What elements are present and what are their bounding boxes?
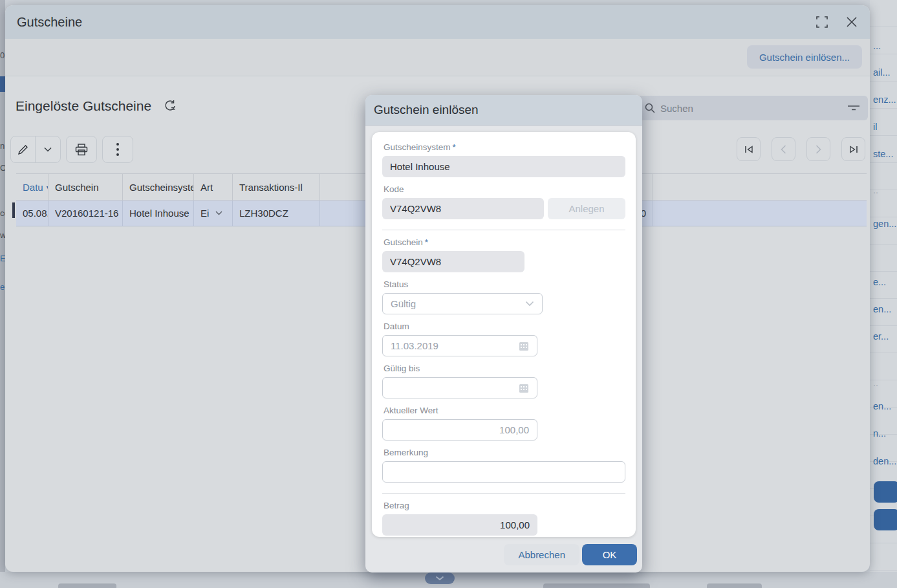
anlegen-button: Anlegen xyxy=(548,198,625,219)
column-header-transaktions-id[interactable]: Transaktions-Il xyxy=(233,174,320,200)
cell-art-value: Ei xyxy=(200,208,209,219)
maximize-button[interactable] xyxy=(816,16,828,28)
edit-dropdown-button[interactable] xyxy=(36,136,60,162)
row-selection-indicator xyxy=(12,202,15,218)
gutschein-label: Gutschein* xyxy=(384,237,625,247)
close-button[interactable] xyxy=(845,16,858,28)
chevron-left-icon xyxy=(781,145,786,154)
cell-art-dropdown[interactable]: Ei xyxy=(194,201,233,226)
bg-bottom-stub xyxy=(707,583,762,588)
datum-label: Datum xyxy=(384,321,625,331)
dialog-title: Gutschein einlösen xyxy=(374,103,479,117)
maximize-icon xyxy=(816,16,828,28)
chevron-right-icon xyxy=(816,145,821,154)
search-input[interactable] xyxy=(660,103,847,114)
cell-gutscheinsystem: Hotel Inhouse xyxy=(123,201,194,226)
grid-toolbar xyxy=(10,136,133,163)
column-header-gutschein[interactable]: Gutschein xyxy=(49,174,123,200)
dialog-footer: Abbrechen OK xyxy=(504,544,637,565)
bg-truncated-link[interactable]: il xyxy=(873,122,877,132)
bg-truncated-link: .. xyxy=(873,185,878,195)
required-mark: * xyxy=(453,142,456,152)
prev-page-button[interactable] xyxy=(772,137,795,161)
column-header-empty xyxy=(653,174,867,200)
bg-truncated-link[interactable]: en... xyxy=(873,304,891,314)
calendar-icon[interactable] xyxy=(519,383,529,393)
window-actionbar: Gutschein einlösen... xyxy=(5,39,870,76)
column-header-gutscheinsystem[interactable]: Gutscheinsyste xyxy=(123,174,194,200)
filter-icon[interactable] xyxy=(847,103,860,113)
bg-truncated-link[interactable]: enz... xyxy=(873,94,896,105)
column-header-datum[interactable]: Datu ▾ xyxy=(16,174,49,200)
bg-left-fragment: O xyxy=(0,163,5,173)
bg-truncated-link[interactable]: en... xyxy=(873,401,891,411)
collapse-panel-button[interactable] xyxy=(425,572,455,584)
bg-truncated-blue-button[interactable] xyxy=(874,481,897,503)
bemerkung-label: Bemerkung xyxy=(384,448,625,457)
chevron-down-icon xyxy=(44,147,52,152)
chevron-down-icon xyxy=(525,301,534,307)
status-select[interactable]: Gültig xyxy=(382,293,543,314)
first-page-button[interactable] xyxy=(737,137,761,161)
next-page-button[interactable] xyxy=(806,137,830,161)
bg-truncated-blue-button[interactable] xyxy=(874,509,897,530)
last-page-icon xyxy=(849,146,858,153)
aktueller-wert-label: Aktueller Wert xyxy=(384,406,625,415)
kode-row: V74Q2VW8 Anlegen xyxy=(382,198,625,219)
more-actions-button[interactable] xyxy=(102,136,133,163)
cell-gutschein: V20160121-16 xyxy=(49,201,123,226)
status-label: Status xyxy=(384,279,625,289)
divider xyxy=(382,493,625,494)
gutscheinsystem-field: Hotel Inhouse xyxy=(382,156,625,177)
aktueller-wert-field[interactable]: 100,00 xyxy=(382,419,537,441)
gutschein-field: V74Q2VW8 xyxy=(382,251,524,272)
bg-truncated-link[interactable]: ste... xyxy=(873,149,893,159)
edit-split-button xyxy=(10,136,61,163)
auto-refresh-icon[interactable] xyxy=(163,99,177,113)
dialog-form-card: Gutscheinsystem* Hotel Inhouse Kode V74Q… xyxy=(372,132,636,537)
cancel-button[interactable]: Abbrechen xyxy=(504,544,579,565)
label-text: Gutschein xyxy=(384,237,423,247)
edit-button[interactable] xyxy=(11,136,36,162)
bg-left-fragment: 02 xyxy=(0,50,5,60)
divider xyxy=(382,230,625,230)
bg-truncated-link[interactable]: ... xyxy=(873,41,881,51)
bemerkung-field[interactable] xyxy=(382,461,625,483)
label-text: Gutscheinsystem xyxy=(384,142,451,152)
gueltig-bis-field[interactable] xyxy=(382,377,537,398)
window-titlebar: Gutscheine xyxy=(5,5,870,39)
column-header-label: Datu xyxy=(23,182,43,193)
bg-left-selected-fragment xyxy=(0,76,5,92)
bg-left-fragment: E xyxy=(0,254,5,263)
background-right-panel: ... ail... enz... il ste... .. gen... e.… xyxy=(870,0,897,588)
gutscheinsystem-label: Gutscheinsystem* xyxy=(384,142,625,152)
datum-field[interactable]: 11.03.2019 xyxy=(382,335,537,356)
section-heading-row: Eingelöste Gutscheine xyxy=(16,98,177,114)
gueltig-bis-label: Gültig bis xyxy=(384,364,625,373)
ok-button[interactable]: OK xyxy=(582,544,637,565)
last-page-button[interactable] xyxy=(841,137,865,161)
kode-label: Kode xyxy=(384,184,625,194)
cell-empty xyxy=(653,201,867,226)
bg-truncated-link: .. xyxy=(873,378,878,388)
bg-left-fragment: n xyxy=(0,141,5,151)
close-icon xyxy=(847,17,857,27)
bg-truncated-link[interactable]: n... xyxy=(873,428,886,439)
kode-field: V74Q2VW8 xyxy=(382,198,544,219)
bg-bottom-stub xyxy=(543,583,650,588)
bg-truncated-link[interactable]: gen... xyxy=(873,219,896,229)
printer-icon xyxy=(75,144,88,156)
gutschein-einloesen-button[interactable]: Gutschein einlösen... xyxy=(747,45,862,69)
bg-truncated-link[interactable]: den... xyxy=(873,456,896,466)
bg-truncated-link[interactable]: er... xyxy=(873,331,889,342)
first-page-icon xyxy=(744,146,753,153)
print-button[interactable] xyxy=(66,136,97,163)
kebab-icon xyxy=(116,143,119,156)
background-left-sliver: 02 n O ce w E e xyxy=(0,0,5,588)
bg-truncated-link[interactable]: ail... xyxy=(873,67,891,78)
bg-left-fragment: ce xyxy=(0,208,5,218)
bg-truncated-link[interactable]: e... xyxy=(873,277,886,287)
calendar-icon[interactable] xyxy=(519,341,529,351)
chevron-down-icon xyxy=(215,211,222,215)
column-header-art[interactable]: Art xyxy=(194,174,233,200)
